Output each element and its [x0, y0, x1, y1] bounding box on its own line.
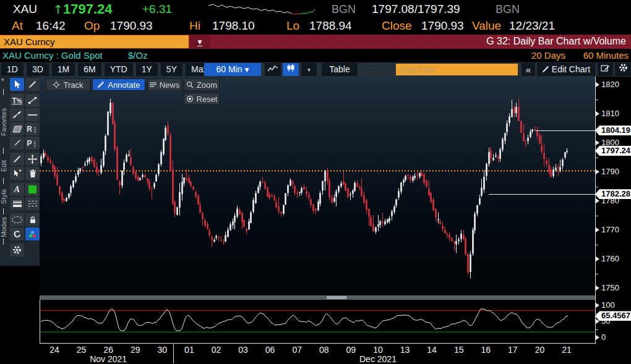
value-date: 12/23/21: [509, 19, 555, 33]
range-button-ytd[interactable]: YTD: [105, 63, 133, 76]
delete-tool-button[interactable]: [25, 167, 40, 180]
lasso-tool-icon: [12, 216, 22, 223]
font-tool-icon: A: [14, 185, 20, 194]
color-swatch-tool-button[interactable]: [25, 183, 40, 196]
date-label-20: 20: [526, 345, 553, 355]
reset-button[interactable]: Reset: [184, 93, 220, 105]
security-dropdown-button[interactable]: ▼: [190, 35, 210, 48]
price-tick: [596, 158, 598, 158]
cursor-tool-button[interactable]: [10, 78, 24, 91]
pin-tool-button[interactable]: [25, 213, 40, 226]
pencil-tool-icon: [13, 155, 22, 163]
candle-chart-icon: [286, 64, 296, 72]
security-description: XAU Curncy : Gold Spot: [2, 50, 103, 61]
price-tick-1820: [596, 82, 599, 87]
sidebar-group-label-modes: Modes: [0, 213, 9, 240]
range-button-5y[interactable]: 5Y: [161, 63, 182, 76]
date-label-16: 16: [472, 345, 499, 355]
panel-divider-scrollbar[interactable]: [40, 295, 595, 300]
magnet-tool-icon: C: [14, 229, 20, 239]
interval-dropdown[interactable]: 60 Min ▼: [204, 63, 261, 76]
line-width-tool-button[interactable]: [10, 197, 24, 210]
candle-chart-type-button[interactable]: [283, 63, 299, 76]
channel-tool-icon: [12, 125, 22, 133]
collapse-panel-button[interactable]: «: [522, 63, 535, 76]
date-label-10: 10: [364, 345, 392, 355]
pencil-icon: [542, 66, 549, 73]
settings-tool-button[interactable]: [10, 243, 24, 256]
high-label: Hi: [189, 19, 200, 33]
select-add-tool-button[interactable]: [10, 167, 24, 180]
pitchfork-tool-button[interactable]: P⋮: [25, 137, 40, 150]
range-button-1y[interactable]: 1Y: [136, 63, 158, 76]
price-tick: [596, 187, 598, 187]
color-swatch-tool-icon: [28, 185, 36, 193]
up-arrow-icon: ↑: [53, 2, 63, 16]
brush-tool-button[interactable]: [10, 137, 24, 150]
pencil-tool-button[interactable]: [10, 153, 24, 166]
magnet-tool-button[interactable]: C: [10, 227, 24, 240]
track-label: Track: [63, 80, 83, 90]
zoom-magnifier-icon: [186, 81, 194, 88]
palette-mode-tool-button[interactable]: [25, 227, 40, 240]
sidebar-group-separator: [3, 239, 4, 245]
chevron-down-icon: ▼: [197, 39, 203, 46]
range-button-1m[interactable]: 1M: [52, 63, 75, 76]
chevron-down-icon: ▼: [245, 67, 249, 73]
track-button[interactable]: Track: [46, 78, 90, 91]
reset-icon: [186, 95, 194, 103]
lasso-tool-button[interactable]: [10, 213, 24, 226]
time-axis[interactable]: 2425262930010203060708091013141516172021…: [40, 344, 595, 364]
sparkline-chart: [207, 1, 316, 17]
month-label: Dec 2021: [350, 354, 406, 364]
pitchfork-tool-icon: P⋮: [27, 140, 38, 147]
drawing-toolbar: ▾T%R⋮P⋮FavoritesEditAStyleCModes: [0, 77, 40, 266]
date-label-14: 14: [418, 345, 445, 355]
channel-tool-button[interactable]: [10, 122, 24, 135]
date-label-15: 15: [445, 345, 473, 355]
edit-chart-label: Edit Chart: [552, 64, 590, 74]
annotate-button[interactable]: Annotate: [92, 78, 145, 91]
range-button-3d[interactable]: 3D: [27, 63, 49, 76]
news-icon: [150, 82, 157, 88]
move-tool-button[interactable]: [25, 153, 40, 166]
line-chart-type-button[interactable]: [265, 63, 281, 76]
segment-tool-button[interactable]: [25, 94, 40, 107]
chart-type-dropdown[interactable]: ▾: [301, 63, 317, 76]
date-label-01: 01: [176, 345, 203, 355]
indicator-value-marker: 65.4567: [595, 311, 631, 321]
add-data-input[interactable]: [396, 64, 518, 75]
font-tool-button[interactable]: A: [10, 183, 24, 196]
line-style-tool-button[interactable]: [25, 197, 40, 210]
annotation-price-marker: 1804.19: [595, 125, 631, 135]
edit-chart-button[interactable]: Edit Chart: [537, 63, 595, 76]
price-axis[interactable]: 1820181018001790178017701760175010050018…: [595, 77, 631, 364]
sidebar-collapse-icon[interactable]: ▾: [1, 77, 4, 83]
range-button-1d[interactable]: 1D: [1, 63, 24, 76]
price-tick-label: 1760: [601, 254, 619, 263]
table-button[interactable]: Table: [322, 63, 358, 76]
text-annotation-tool-button[interactable]: T%: [10, 94, 24, 107]
horizontal-line-tool-button[interactable]: [25, 108, 40, 121]
trend-line-tool-button[interactable]: [10, 108, 24, 121]
month-label: Nov 2021: [80, 354, 136, 364]
chart-title-bar: XAU Curncy ▼ G 32: Daily Bar Chart w/Vol…: [0, 35, 631, 49]
interval-label: 60 Min: [217, 64, 243, 74]
date-label-21: 21: [553, 345, 580, 355]
chart-notes-icon: [601, 64, 610, 72]
regression-tool-button[interactable]: R⋮: [25, 122, 40, 135]
date-label-30: 30: [148, 345, 176, 355]
news-label: News: [160, 80, 180, 90]
chart-settings-button[interactable]: [615, 63, 631, 76]
zoom-button[interactable]: Zoom: [184, 78, 220, 91]
chart-function-title: G 32: Daily Bar Chart w/Volume: [486, 36, 626, 47]
news-button[interactable]: News: [147, 78, 182, 91]
range-button-6m[interactable]: 6M: [78, 63, 101, 76]
brush-tool-icon: [13, 139, 22, 147]
price-change: +6.31: [142, 2, 172, 16]
draw-tool-button[interactable]: [25, 78, 40, 91]
chart-plot[interactable]: [40, 77, 595, 344]
security-input[interactable]: XAU Curncy: [0, 35, 189, 48]
price-tick: [596, 99, 598, 100]
chart-notes-button[interactable]: [598, 63, 613, 76]
